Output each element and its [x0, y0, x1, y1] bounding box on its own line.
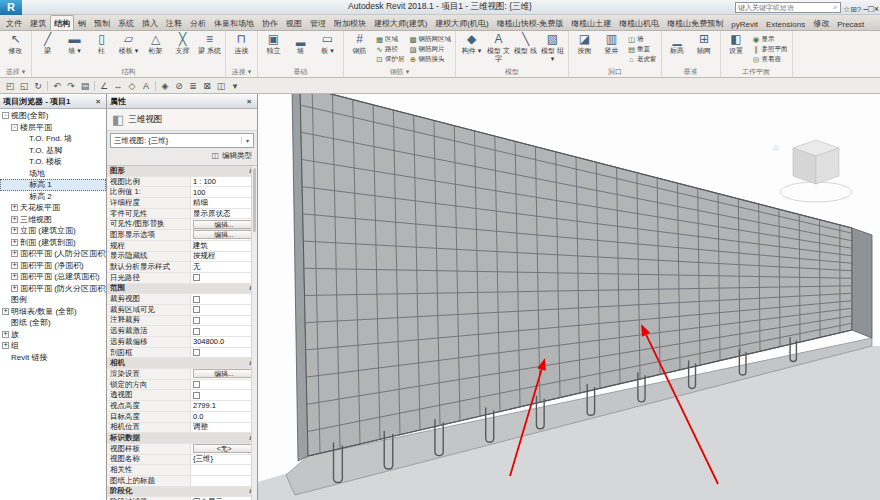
exchange-apps-icon[interactable]: ⊞	[850, 5, 857, 14]
tree-item-level-2[interactable]: 标高 2	[0, 191, 106, 203]
tool-wall-foundation[interactable]: ▂墙	[287, 32, 314, 66]
tab-glodon-precast[interactable]: 橄榄山免费预制	[663, 15, 727, 30]
tree-item-site[interactable]: 场地	[0, 168, 106, 180]
measure-icon[interactable]: ∠	[97, 81, 111, 91]
property-value[interactable]: 调整	[191, 423, 257, 433]
tree-item-area-plans-net[interactable]: +面积平面 (净面积)	[0, 260, 106, 272]
edit-button[interactable]: 编辑...	[193, 220, 255, 229]
revit-app-menu[interactable]: R	[0, 0, 22, 15]
aligned-dimension-icon[interactable]: ↔	[111, 81, 125, 91]
tool-wall[interactable]: ▬墙 ▾	[61, 32, 88, 66]
tree-item-ceiling-plans[interactable]: +天花板平面	[0, 202, 106, 214]
tool-rebar-cover[interactable]: ⊡保护层	[375, 54, 405, 64]
tool-model-group[interactable]: ▧模型 组 ▾	[539, 32, 566, 66]
tree-item-views-all[interactable]: -视图(全部)	[0, 110, 106, 122]
tool-ref-plane[interactable]: ∥参照平面	[752, 44, 788, 54]
tab-precast-tab[interactable]: Precast	[833, 17, 868, 30]
tool-show-work-plane[interactable]: ◉显示	[752, 34, 788, 44]
tab-glodon-tujian[interactable]: 橄榄山土建	[567, 15, 615, 30]
tool-modify[interactable]: ↖修改	[2, 32, 29, 66]
tree-item-revit-links[interactable]: Revit 链接	[0, 352, 106, 364]
expand-icon[interactable]: +	[2, 308, 9, 315]
expand-icon[interactable]: -	[2, 112, 9, 119]
type-selector[interactable]: 三维视图: {三维} ▾	[110, 133, 254, 148]
tree-item-schedules[interactable]: +明细表/数量 (全部)	[0, 306, 106, 318]
property-section-0[interactable]: 图形∧	[107, 166, 257, 177]
tab-insert[interactable]: 插入	[138, 15, 162, 30]
tool-connect[interactable]: ⊓连接	[228, 32, 255, 66]
property-value[interactable]	[191, 326, 257, 336]
expand-icon[interactable]: +	[11, 273, 18, 280]
property-value[interactable]: 0.0	[191, 412, 257, 422]
tool-foundation-slab[interactable]: ▭板 ▾	[314, 32, 341, 66]
tab-pyrevit[interactable]: pyRevit	[727, 17, 762, 30]
sync-icon[interactable]: ↻	[31, 81, 45, 91]
expand-icon[interactable]: +	[11, 227, 18, 234]
tab-systems[interactable]: 系统	[114, 15, 138, 30]
tab-architecture[interactable]: 建筑	[26, 15, 50, 30]
tab-modeling-master-mep[interactable]: 建模大师(机电)	[431, 15, 492, 30]
property-section-11[interactable]: 范围∧	[107, 284, 257, 295]
tool-wall-opening[interactable]: ◫墙	[627, 34, 657, 44]
property-value[interactable]: {三维}	[191, 455, 257, 465]
property-value[interactable]: 100	[191, 187, 257, 197]
tab-massing-site[interactable]: 体量和场地	[210, 15, 258, 30]
tree-item-to-footing[interactable]: T.O. 基脚	[0, 145, 106, 157]
property-value[interactable]: 1 : 100	[191, 177, 257, 187]
checkbox[interactable]	[193, 349, 200, 356]
property-value[interactable]	[191, 476, 257, 486]
tab-modeling-master-arch[interactable]: 建模大师(建筑)	[370, 15, 431, 30]
close-button[interactable]: ×	[874, 4, 879, 14]
property-value[interactable]: 精细	[191, 198, 257, 208]
home-icon[interactable]: ⌂	[773, 141, 779, 152]
tool-vertical-opening[interactable]: ▤垂直	[627, 44, 657, 54]
tab-modify-tab[interactable]: 修改	[809, 15, 833, 30]
expand-icon[interactable]: +	[11, 204, 18, 211]
help-icon[interactable]: ?	[857, 5, 861, 14]
tool-model-text[interactable]: A模型 文字	[485, 32, 512, 66]
tool-column[interactable]: ▯柱	[88, 32, 115, 66]
expand-icon[interactable]: -	[11, 124, 18, 131]
tab-extensions[interactable]: Extensions	[762, 17, 809, 30]
tab-precast[interactable]: 预制	[90, 15, 114, 30]
tree-item-groups[interactable]: +组	[0, 340, 106, 352]
property-section-25[interactable]: 标识数据∧	[107, 433, 257, 444]
property-value[interactable]: 2799.1	[191, 401, 257, 411]
properties-scrollbar[interactable]	[251, 166, 257, 500]
search-input[interactable]	[736, 4, 831, 11]
redo-icon[interactable]: ↷	[64, 81, 78, 91]
tool-component[interactable]: ◆构件 ▾	[458, 32, 485, 66]
tool-shaft-opening[interactable]: ▥竖井	[598, 32, 625, 66]
checkbox[interactable]	[193, 317, 200, 324]
close-hidden-windows-icon[interactable]: ⊠	[200, 81, 214, 91]
chevron-down-icon[interactable]: ▾	[241, 137, 253, 144]
tree-item-legends[interactable]: 图例	[0, 294, 106, 306]
checkbox[interactable]	[193, 392, 200, 399]
tree-item-sections[interactable]: +剖面 (建筑剖面)	[0, 237, 106, 249]
tool-beam-system[interactable]: ≡梁 系统	[196, 32, 223, 66]
property-value[interactable]: 显示原状态	[191, 209, 257, 219]
property-value[interactable]	[191, 465, 257, 475]
tree-item-elevations[interactable]: +立面 (建筑立面)	[0, 225, 106, 237]
property-value[interactable]: 按规程	[191, 252, 257, 262]
save-icon[interactable]: ◱	[17, 81, 31, 91]
switch-windows-icon[interactable]: ◫	[214, 81, 228, 91]
property-value[interactable]: <无>	[191, 444, 257, 454]
property-value[interactable]: 编辑...	[191, 230, 257, 240]
tool-model-line[interactable]: ╲模型 线	[512, 32, 539, 66]
tree-item-area-plans-fire[interactable]: +面积平面 (防火分区面积)	[0, 283, 106, 295]
tab-annotate[interactable]: 注释	[162, 15, 186, 30]
tab-addins[interactable]: 附加模块	[330, 15, 370, 30]
search-icon[interactable]: ⌕	[831, 3, 840, 11]
tool-fabric-sheet[interactable]: ▨钢筋网片	[409, 44, 452, 54]
edit-button[interactable]: 编辑...	[193, 369, 255, 378]
property-value[interactable]	[191, 294, 257, 304]
checkbox[interactable]	[193, 296, 200, 303]
edit-button[interactable]: 编辑...	[193, 230, 255, 239]
property-value[interactable]	[191, 380, 257, 390]
checkbox[interactable]	[193, 328, 200, 335]
property-value[interactable]: 编辑...	[191, 219, 257, 229]
close-icon[interactable]: ×	[93, 97, 103, 106]
tool-level[interactable]: ▁标高	[664, 32, 691, 66]
text-icon[interactable]: A	[139, 81, 153, 91]
